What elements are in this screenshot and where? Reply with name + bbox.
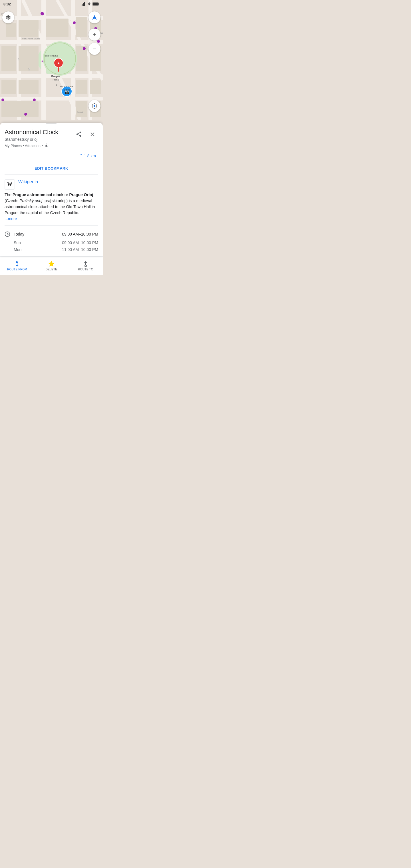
svg-point-33	[73, 22, 76, 24]
sun-time: 09:00 AM–10:00 PM	[62, 240, 98, 245]
svg-rect-18	[1, 46, 16, 71]
svg-point-35	[97, 40, 100, 43]
layers-button[interactable]	[2, 11, 14, 23]
distance-arrow-icon: ↗	[77, 153, 84, 159]
status-icons	[82, 2, 99, 6]
signal-icon	[82, 2, 86, 6]
distance-row: ↗ 1.8 km	[0, 152, 103, 162]
wikipedia-description: The Prague astronomical clock or Prague …	[0, 192, 103, 225]
close-icon	[89, 131, 96, 137]
svg-rect-27	[76, 101, 87, 117]
sheet-header: Astronomical Clock Staroměstský orloj My…	[0, 124, 103, 152]
svg-rect-64	[84, 2, 85, 6]
layers-icon	[5, 14, 11, 20]
wiki-text: The Prague astronomical clock or Prague …	[5, 192, 98, 216]
svg-text:🍴: 🍴	[28, 68, 31, 70]
status-bar: 8:32	[0, 0, 103, 8]
svg-rect-66	[98, 3, 99, 5]
navigate-button[interactable]	[89, 11, 100, 23]
wikipedia-logo: W	[5, 179, 15, 190]
svg-text:🍴: 🍴	[17, 57, 21, 61]
place-subtitle: Staroměstský orloj	[5, 137, 70, 142]
my-location-button[interactable]	[89, 100, 100, 112]
sheet-actions	[73, 128, 98, 140]
zoom-out-icon: −	[93, 46, 96, 52]
wikipedia-section: W Wikipedia	[0, 175, 103, 192]
route-to-label: ROUTE TO	[78, 268, 93, 271]
distance-value: 1.8 km	[84, 154, 96, 158]
wiki-italic-1: Pražský orloj	[20, 198, 42, 203]
svg-rect-26	[1, 101, 38, 117]
svg-rect-61	[82, 5, 82, 6]
share-icon	[76, 131, 82, 137]
navigate-icon	[92, 14, 97, 20]
wifi-icon	[87, 2, 91, 6]
svg-text:Kožná: Kožná	[77, 111, 83, 113]
place-category: My Places • Attraction •	[5, 144, 43, 148]
svg-rect-24	[76, 80, 87, 94]
today-time: 09:00 AM–10:00 PM	[62, 232, 98, 237]
delete-star-icon	[48, 260, 55, 267]
hours-section: Today 09:00 AM–10:00 PM Sun 09:00 AM–10:…	[0, 225, 103, 256]
mon-label: Mon	[14, 247, 62, 252]
svg-marker-79	[49, 261, 54, 267]
svg-text:Clock: Clock	[64, 89, 70, 91]
map-background: ⊕ 🍴 🍴 ⊕ 🍴 Old Town Sq Pařížská Franz Kaf…	[0, 0, 103, 120]
route-from-button[interactable]: ROUTE FROM	[0, 257, 34, 275]
edit-bookmark-button[interactable]: EDIT BOOKMARK	[0, 162, 103, 175]
wiki-bold-2: Prague Orloj	[69, 192, 93, 197]
wikipedia-logo-text: W	[7, 182, 12, 188]
svg-text:★: ★	[57, 61, 60, 65]
accessibility-icon	[44, 143, 50, 149]
svg-rect-16	[76, 17, 87, 37]
zoom-in-button[interactable]: +	[89, 29, 100, 40]
more-link[interactable]: ...more	[5, 216, 17, 221]
hours-sun-row: Sun 09:00 AM–10:00 PM	[14, 239, 98, 246]
svg-text:Praha: Praha	[53, 79, 59, 81]
hours-mon-row: Mon 11:00 AM–10:00 PM	[14, 246, 98, 253]
delete-button[interactable]: DELETE	[34, 257, 68, 275]
place-meta: My Places • Attraction •	[5, 143, 70, 149]
place-bottom-sheet: Astronomical Clock Staroměstský orloj My…	[0, 123, 103, 256]
svg-rect-20	[76, 46, 87, 71]
clock-icon	[5, 231, 10, 237]
route-to-icon	[82, 260, 89, 267]
zoom-out-button[interactable]: −	[89, 43, 100, 55]
svg-text:Astronomical: Astronomical	[60, 85, 73, 88]
svg-text:Prague: Prague	[51, 75, 60, 78]
svg-point-37	[33, 98, 36, 101]
location-icon	[92, 103, 97, 109]
svg-text:Franz Kafka Square: Franz Kafka Square	[22, 38, 40, 40]
zoom-in-icon: +	[93, 31, 96, 38]
svg-point-80	[85, 265, 87, 267]
svg-rect-15	[46, 19, 68, 37]
route-from-label: ROUTE FROM	[7, 268, 27, 271]
svg-point-75	[46, 144, 48, 145]
delete-label: DELETE	[46, 268, 57, 271]
svg-rect-6	[0, 97, 103, 100]
svg-rect-25	[90, 80, 101, 94]
route-to-button[interactable]: ROUTE TO	[68, 257, 103, 275]
svg-point-70	[94, 105, 95, 107]
wikipedia-link[interactable]: Wikipedia	[18, 179, 38, 184]
bottom-navigation: ROUTE FROM DELETE ROUTE TO	[0, 256, 103, 275]
svg-rect-14	[19, 20, 38, 37]
svg-rect-19	[19, 46, 38, 71]
svg-rect-4	[0, 40, 103, 44]
svg-point-39	[24, 113, 27, 116]
distance-badge: ↗ 1.8 km	[77, 152, 98, 160]
today-label: Today	[14, 232, 59, 237]
svg-point-31	[40, 12, 44, 16]
map-area[interactable]: ⊕ 🍴 🍴 ⊕ 🍴 Old Town Sq Pařížská Franz Kaf…	[0, 0, 103, 120]
status-time: 8:32	[3, 2, 11, 6]
svg-text:⊕: ⊕	[56, 84, 58, 86]
share-button[interactable]	[73, 128, 85, 140]
close-button[interactable]	[87, 128, 98, 140]
route-from-icon	[14, 260, 21, 267]
place-title: Astronomical Clock	[5, 128, 70, 136]
hours-today-row: Today 09:00 AM–10:00 PM	[5, 229, 98, 239]
sun-label: Sun	[14, 240, 62, 245]
svg-rect-63	[83, 3, 84, 6]
battery-icon	[92, 2, 99, 6]
svg-point-38	[1, 98, 4, 101]
